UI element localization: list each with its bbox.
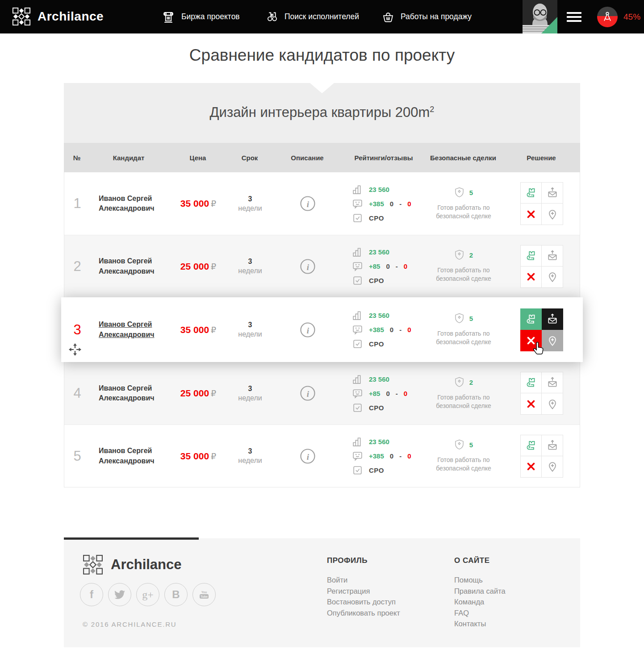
footer-link-contacts[interactable]: Контакты — [454, 618, 506, 629]
description-info-icon[interactable]: i — [300, 448, 316, 464]
rating-views-line: 23 560 — [352, 246, 424, 258]
footer-brand[interactable]: Archilance — [83, 554, 182, 575]
brand[interactable]: Archilance — [12, 7, 104, 26]
hire-contract-button[interactable] — [520, 372, 542, 393]
reject-button[interactable] — [520, 393, 542, 415]
bar-chart-icon — [352, 436, 363, 447]
project-band: Дизайн интерьера квартиры 200m2 — [64, 83, 580, 143]
candidate-name[interactable]: Иванов Сергей Александрович — [99, 383, 161, 404]
vk-icon[interactable]: B — [164, 583, 188, 606]
nav-item-works-for-sale[interactable]: Работы на продажу — [382, 0, 472, 33]
sro-label: СРО — [369, 277, 384, 284]
svg-text:i: i — [307, 262, 309, 271]
reject-button[interactable] — [520, 330, 542, 351]
candidate-name[interactable]: Иванов Сергей Александрович — [99, 194, 161, 214]
description-info-icon[interactable]: i — [300, 196, 316, 212]
pin-plus-icon — [547, 461, 558, 472]
send-message-button[interactable] — [542, 435, 563, 456]
mail-send-icon — [547, 187, 558, 199]
add-to-favorites-button[interactable] — [542, 204, 563, 225]
drafting-compass-icon — [602, 11, 613, 23]
term-value: 3 — [229, 447, 272, 455]
reject-button[interactable] — [520, 204, 542, 225]
youtube-icon[interactable]: You Tube — [192, 583, 216, 606]
archilance-logo-icon — [83, 554, 103, 575]
rating-positive: +385 — [369, 200, 384, 208]
send-message-button[interactable] — [542, 245, 563, 266]
add-to-favorites-button[interactable] — [542, 393, 563, 415]
safe-deals-count: 5 — [469, 315, 473, 322]
decision-buttons — [520, 308, 563, 351]
term-unit: недели — [229, 457, 272, 465]
sro-line: СРО — [352, 402, 424, 413]
svg-text:i: i — [307, 389, 309, 399]
decision-buttons — [520, 372, 563, 415]
move-handle-icon[interactable] — [68, 343, 82, 356]
send-message-button[interactable] — [542, 308, 563, 330]
footer-link-login[interactable]: Войти — [327, 575, 400, 586]
description-cell: i — [272, 258, 344, 275]
safe-deals-count: 2 — [469, 251, 473, 259]
add-to-favorites-button[interactable] — [542, 266, 563, 288]
checkbox-icon — [352, 275, 363, 286]
footer-link-faq[interactable]: FAQ — [454, 608, 506, 619]
safe-deals-head: 5 — [424, 313, 503, 324]
rating-neutral: 0 — [390, 326, 393, 333]
candidate-cell: Иванов Сергей Александрович — [90, 383, 168, 404]
reject-button[interactable] — [520, 266, 542, 288]
user-avatar[interactable] — [523, 0, 557, 33]
safe-deals-cell: 2 Готов работать по безопасной сделке — [424, 377, 503, 410]
hire-contract-button[interactable] — [520, 182, 542, 204]
term-cell: 3 недели — [229, 258, 272, 275]
svg-text:i: i — [307, 200, 309, 209]
footer-brand-name: Archilance — [111, 557, 182, 573]
ratings-cell: 23 560 +385 0 - 0 — [344, 310, 424, 350]
footer-link-publish-project[interactable]: Опубликовать проект — [327, 608, 400, 619]
footer-link-register[interactable]: Регистрация — [327, 586, 400, 597]
description-info-icon[interactable]: i — [300, 322, 316, 338]
candidate-name[interactable]: Иванов Сергей Александрович — [99, 446, 161, 466]
footer-link-team[interactable]: Команда — [454, 596, 506, 608]
sro-label: СРО — [369, 404, 384, 412]
progress-circle — [597, 7, 618, 27]
top-nav-bar: Archilance Биржа проектов Поиск исполнит… — [0, 0, 644, 33]
row-number-cell: 3 — [64, 322, 90, 338]
currency-ruble-sign: ₽ — [211, 389, 216, 398]
description-info-icon[interactable]: i — [300, 258, 316, 275]
facebook-icon[interactable]: f — [80, 583, 103, 606]
footer-link-rules[interactable]: Правила сайта — [454, 586, 506, 597]
rating-positive: +85 — [369, 262, 380, 270]
footer-link-help[interactable]: Помощь — [454, 575, 506, 586]
hire-contract-button[interactable] — [520, 308, 542, 330]
google-plus-icon[interactable]: g+ — [136, 583, 159, 606]
add-to-favorites-button[interactable] — [542, 330, 563, 351]
rating-reviews-line: +85 0 - 0 — [352, 261, 424, 272]
twitter-icon[interactable] — [108, 583, 131, 606]
menu-hamburger-icon[interactable] — [567, 12, 581, 22]
nav-item-find-contractors[interactable]: Поиск исполнителей — [266, 0, 359, 33]
svg-text:Tube: Tube — [201, 595, 208, 598]
footer-link-restore-access[interactable]: Востановить доступ — [327, 596, 400, 608]
profile-progress[interactable]: 45% — [597, 7, 640, 27]
ratings-cell: 23 560 +85 0 - 0 — [344, 246, 424, 286]
rating-views-line: 23 560 — [352, 184, 424, 195]
row-number: 2 — [73, 258, 81, 274]
project-title-sup: 2 — [430, 105, 434, 114]
description-info-icon[interactable]: i — [300, 385, 316, 401]
nav-item-project-exchange[interactable]: Биржа проектов — [162, 0, 240, 33]
decision-buttons — [520, 182, 563, 225]
hire-contract-button[interactable] — [520, 435, 542, 456]
reject-x-icon — [526, 272, 536, 282]
rating-views: 23 560 — [369, 186, 389, 193]
send-message-button[interactable] — [542, 182, 563, 204]
col-header-safe-deals: Безопасные сделки — [424, 154, 502, 162]
mail-send-icon — [547, 313, 558, 325]
reject-button[interactable] — [520, 456, 542, 478]
bar-chart-icon — [352, 374, 363, 385]
safe-deals-cell: 5 Готов работать по безопасной сделке — [424, 187, 503, 221]
candidate-name[interactable]: Иванов Сергей Александрович — [99, 256, 161, 276]
hire-contract-button[interactable] — [520, 245, 542, 266]
add-to-favorites-button[interactable] — [542, 456, 563, 478]
candidate-name[interactable]: Иванов Сергей Александрович — [99, 320, 161, 340]
send-message-button[interactable] — [542, 372, 563, 393]
